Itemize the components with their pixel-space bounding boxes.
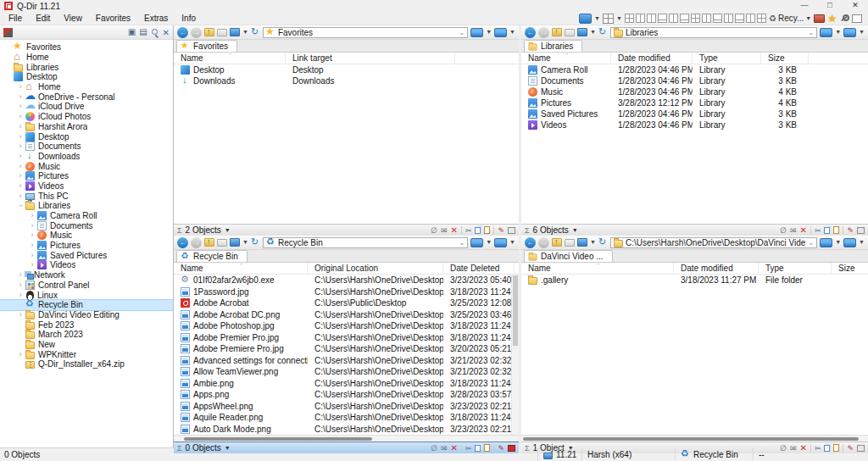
layout-preset-4-icon[interactable] [658, 14, 667, 23]
paste-icon[interactable] [833, 226, 839, 234]
tree-item-pictures[interactable]: ›Pictures [0, 241, 173, 251]
tree-expand-icon[interactable]: › [15, 270, 25, 280]
column-header-name[interactable]: Nameˆ [521, 53, 611, 64]
layout-preset-3-icon[interactable] [647, 14, 656, 23]
tree-item-this-pc[interactable]: ›This PC [0, 191, 173, 201]
quad-view-icon[interactable] [603, 14, 614, 24]
refresh-icon[interactable] [598, 237, 608, 248]
tree-item-march-2023[interactable]: March 2023 [0, 330, 173, 340]
up-folder-icon[interactable] [204, 28, 214, 36]
column-header-link-target[interactable]: Link target [286, 53, 455, 64]
tree-expand-icon[interactable]: › [27, 241, 37, 250]
tree-expand-icon[interactable]: › [15, 291, 25, 300]
tab-libraries[interactable]: Libraries [524, 40, 582, 52]
tree-item-feb-2023[interactable]: Feb 2023 [0, 319, 173, 330]
tree-item-libraries[interactable]: ›Libraries [0, 201, 173, 211]
pane-view-dropdown-2-icon[interactable]: ▼ [859, 28, 865, 36]
layout-preset-6-icon[interactable] [680, 14, 689, 23]
tree-expand-icon[interactable]: › [15, 132, 25, 142]
maximize-button[interactable]: □ [817, 0, 843, 12]
menu-edit[interactable]: Edit [29, 12, 57, 25]
print-icon[interactable] [814, 14, 825, 23]
pane-indicator-icon[interactable] [508, 227, 515, 234]
tree-item-icloud-drive[interactable]: ›iCloud Drive [0, 102, 173, 112]
layout-preset-13-icon[interactable] [757, 14, 766, 23]
tree-expand-icon[interactable]: › [15, 162, 25, 171]
forward-icon[interactable] [191, 237, 202, 248]
pane-view-dropdown-2-icon[interactable]: ▼ [859, 238, 865, 247]
view-mode-dropdown-icon[interactable]: ▼ [590, 238, 596, 247]
pane-view-dropdown-2-icon[interactable]: ▼ [509, 238, 515, 247]
address-dropdown-icon[interactable]: ⌄ [808, 239, 814, 247]
tree-expand-icon[interactable]: › [16, 201, 25, 211]
tree-expand-icon[interactable]: › [27, 251, 37, 260]
paste-icon[interactable] [484, 226, 490, 234]
copy-icon[interactable] [824, 445, 830, 452]
pane-indicator-icon[interactable] [857, 227, 865, 234]
copy-icon[interactable] [475, 445, 481, 452]
pane-view-button-1[interactable] [470, 238, 483, 247]
file-row-gallery[interactable]: .gallery3/18/2023 11:27 PMFile folder [521, 275, 868, 286]
paste-icon[interactable] [833, 444, 839, 452]
go-to-icon[interactable] [565, 29, 575, 36]
column-header-name[interactable]: Nameˆ [174, 53, 286, 64]
paste-icon[interactable] [484, 444, 490, 452]
cut-icon[interactable]: ✂ [465, 225, 472, 236]
view-mode-icon[interactable] [577, 238, 587, 247]
tree-expand-icon[interactable]: › [15, 112, 25, 121]
view-mode-dropdown-icon[interactable]: ▼ [590, 28, 596, 36]
add-favorite-icon[interactable]: ★ [827, 14, 837, 24]
file-row-adobe-premiere-pro-jpg[interactable]: Adobe Premiere Pro.jpgC:\Users\Harsh\One… [174, 343, 519, 355]
edit-icon[interactable]: ✎ [498, 225, 504, 236]
cut-icon[interactable]: ✂ [815, 443, 821, 453]
file-row-downloads[interactable]: DownloadsDownloads [174, 75, 519, 86]
tree-expand-icon[interactable]: › [15, 310, 25, 319]
file-row-advanced-settings-for-connections-png[interactable]: Advanced settings for connections.pngC:\… [174, 355, 519, 367]
menu-favorites[interactable]: Favorites [89, 12, 137, 25]
pane-view-button-2[interactable] [843, 28, 856, 37]
tree-expand-icon[interactable]: › [27, 230, 37, 240]
horizontal-scrollbar[interactable] [174, 435, 519, 442]
file-row-adobe-acrobat[interactable]: Adobe AcrobatC:\Users\Public\Desktop3/25… [174, 297, 519, 309]
address-bar[interactable]: Libraries ⌄ [610, 27, 817, 38]
view-mode-icon[interactable] [230, 238, 240, 247]
copy-icon[interactable] [475, 227, 481, 234]
window-options-icon[interactable] [852, 14, 862, 23]
refresh-icon[interactable] [598, 27, 608, 38]
edit-icon[interactable]: ✎ [847, 443, 854, 453]
file-row-allow-teamviewer-png[interactable]: Allow TeamViewer.pngC:\Users\Harsh\OneDr… [174, 366, 519, 378]
file-row-adobe-premier-pro-jpg[interactable]: Adobe Premier Pro.jpgC:\Users\Harsh\OneD… [174, 332, 519, 344]
tree-item-camera-roll[interactable]: ›Camera Roll [0, 211, 173, 221]
delete-icon[interactable]: ✕ [800, 443, 807, 453]
view-mode-dropdown-icon[interactable]: ▼ [242, 238, 248, 247]
copy-icon[interactable] [824, 227, 830, 234]
file-row-appswheel-png[interactable]: AppsWheel.pngC:\Users\Harsh\OneDrive\Des… [174, 401, 519, 413]
cut-icon[interactable]: ✂ [815, 225, 821, 236]
goto-dropdown-icon[interactable]: ▼ [594, 14, 600, 23]
tab-recycle-bin[interactable]: Recycle Bin [176, 250, 248, 262]
tree-item-pictures[interactable]: ›Pictures [0, 171, 173, 181]
goto-folder-icon[interactable] [579, 14, 592, 24]
horizontal-scrollbar[interactable] [521, 435, 868, 442]
search-icon[interactable] [151, 28, 159, 36]
file-row-documents[interactable]: Documents1/28/2023 04:46 PMLibrary3 KB [521, 75, 868, 86]
go-to-icon[interactable] [217, 239, 227, 247]
recycle-dropdown-icon[interactable]: ▼ [805, 14, 811, 23]
layout-preset-5-icon[interactable] [669, 14, 678, 23]
address-bar[interactable]: C:\Users\Harsh\OneDrive\Desktop\DaVinci … [610, 237, 817, 248]
tree-expand-icon[interactable]: › [27, 211, 37, 220]
file-row-auto-dark-mode-png[interactable]: Auto Dark Mode.pngC:\Users\Harsh\OneDriv… [174, 424, 519, 436]
pane-indicator-icon[interactable] [857, 445, 865, 452]
file-row-01if02afar2w6jb0-exe[interactable]: 01If02afar2w6jb0.exeC:\Users\Harsh\OneDr… [174, 275, 519, 286]
mail-icon[interactable]: ✉ [790, 443, 797, 453]
column-header-date-deleted[interactable]: Date Deleted [443, 263, 515, 275]
up-folder-icon[interactable] [204, 238, 214, 247]
back-icon[interactable] [177, 27, 188, 38]
tree-expand-icon[interactable]: › [15, 181, 25, 191]
column-header-size[interactable]: Size [761, 53, 809, 64]
tree-item-music[interactable]: ›Music [0, 230, 173, 241]
quad-view-dropdown-icon[interactable]: ▼ [616, 14, 622, 23]
view-mode-dropdown-icon[interactable]: ▼ [242, 28, 248, 36]
pane-view-button-1[interactable] [820, 238, 832, 247]
tools-icon[interactable] [839, 14, 849, 23]
